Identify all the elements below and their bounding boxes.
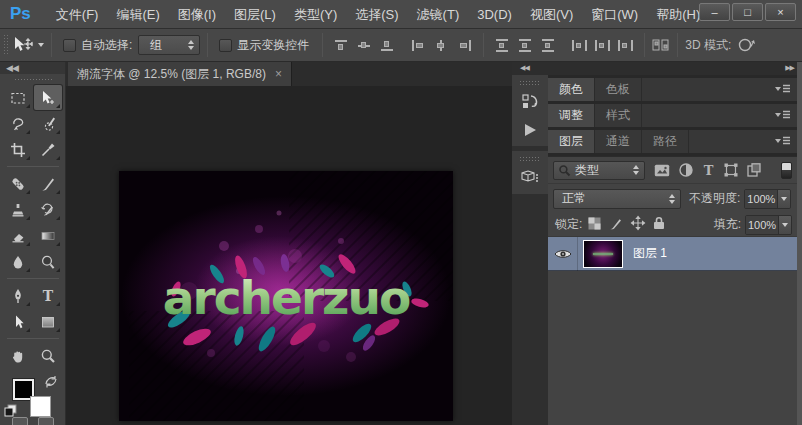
crop-tool[interactable] [4,137,32,162]
filter-type-layers-icon[interactable]: T [702,163,715,177]
blend-mode-row: 正常 不透明度: 100% [548,184,797,213]
menu-3d[interactable]: 3D(D) [468,0,521,29]
auto-select-checkbox[interactable] [63,39,76,52]
eyedropper-tool[interactable] [34,137,62,162]
filter-pixel-layers-icon[interactable] [654,164,670,177]
layer-name[interactable]: 图层 1 [633,245,667,262]
3d-panel-icon[interactable] [517,167,543,189]
collapse-left-icon[interactable]: ◀◀ [520,62,529,74]
filter-adjustment-layers-icon[interactable] [679,163,693,177]
menu-bar: Ps 文件(F) 编辑(E) 图像(I) 图层(L) 类型(Y) 选择(S) 滤… [0,0,802,29]
actions-panel-icon[interactable] [517,119,543,141]
opacity-input[interactable]: 100% [744,189,791,209]
auto-select-target-dropdown[interactable]: 组 [138,35,200,55]
tools-collapse-header[interactable]: ◀◀ [0,62,65,74]
spot-healing-brush-tool[interactable] [4,171,32,196]
align-left-edges-button[interactable] [411,39,426,52]
filter-smart-objects-icon[interactable] [747,163,761,177]
align-right-edges-button[interactable] [457,39,472,52]
swap-colors-icon[interactable] [44,375,59,392]
opacity-value: 100% [745,190,777,208]
eraser-tool[interactable] [4,223,32,248]
type-tool[interactable]: T [34,283,62,308]
panel-menu-icon[interactable] [774,83,791,98]
lock-all-icon[interactable] [653,216,665,233]
tab-close-icon[interactable]: × [275,67,282,81]
align-top-edges-button[interactable] [334,39,349,52]
blur-tool[interactable] [4,249,32,274]
tab-paths[interactable]: 路径 [642,130,689,153]
align-bottom-edges-button[interactable] [380,39,395,52]
document-image[interactable]: archerzuo [119,171,453,421]
align-vertical-centers-button[interactable] [357,39,372,52]
layer-filter-toggle[interactable] [781,162,792,179]
show-transform-checkbox[interactable] [219,39,232,52]
background-color-swatch[interactable] [30,396,51,417]
maximize-button[interactable]: □ [732,3,763,21]
gradient-tool[interactable] [34,223,62,248]
collapse-to-icons-icon[interactable]: ▶▶ [785,62,794,74]
tab-swatches[interactable]: 色板 [595,78,642,101]
menu-image[interactable]: 图像(I) [169,0,225,29]
fill-dropdown-button[interactable] [778,216,791,234]
menu-type[interactable]: 类型(Y) [285,0,346,29]
lock-transparency-icon[interactable] [588,217,601,233]
lock-image-icon[interactable] [609,217,623,233]
menu-filter[interactable]: 滤镜(T) [408,0,469,29]
panel-menu-icon[interactable] [774,109,791,124]
history-brush-tool[interactable] [34,197,62,222]
dodge-tool[interactable] [34,249,62,274]
layer-filter-dropdown[interactable]: 类型 [553,161,645,180]
align-horizontal-centers-button[interactable] [434,39,449,52]
filter-shape-layers-icon[interactable] [724,163,738,177]
brush-tool[interactable] [34,171,62,196]
blend-mode-dropdown[interactable]: 正常 [553,189,681,209]
tab-layers[interactable]: 图层 [548,130,595,153]
layer-thumbnail[interactable] [583,240,623,268]
3d-rotate-icon[interactable] [737,37,755,53]
history-panel-icon[interactable] [517,91,543,113]
layers-panel-body: 类型 T 正常 不透明度: 100% [548,156,797,425]
tab-color[interactable]: 颜色 [548,78,595,101]
layer-visibility-toggle[interactable] [548,237,578,271]
minimize-button[interactable]: – [699,3,730,21]
menu-layer[interactable]: 图层(L) [225,0,285,29]
menu-select[interactable]: 选择(S) [346,0,407,29]
auto-align-layers-button[interactable] [652,38,670,52]
document-tab[interactable]: 潮流字体 @ 12.5% (图层 1, RGB/8) × [68,62,292,86]
hand-tool[interactable] [4,343,32,368]
distribute-bottom-edges-button[interactable] [541,39,556,52]
tab-channels[interactable]: 通道 [595,130,642,153]
close-button[interactable]: × [765,3,796,21]
distribute-vertical-centers-button[interactable] [518,39,533,52]
tab-styles[interactable]: 样式 [595,104,642,127]
menu-edit[interactable]: 编辑(E) [107,0,168,29]
tab-adjustments[interactable]: 调整 [548,104,595,127]
panel-menu-icon[interactable] [774,135,791,150]
canvas-work-area[interactable]: archerzuo [66,86,512,425]
lasso-tool[interactable] [4,111,32,136]
clone-stamp-tool[interactable] [4,197,32,222]
move-tool-icon[interactable] [12,36,34,54]
layers-empty-area[interactable] [548,271,797,425]
distribute-horizontal-centers-button[interactable] [595,39,610,52]
rectangle-shape-tool[interactable] [34,309,62,334]
distribute-right-edges-button[interactable] [618,39,633,52]
distribute-left-edges-button[interactable] [572,39,587,52]
layer-row-selected[interactable]: 图层 1 [548,237,797,271]
rectangular-marquee-tool[interactable] [4,85,32,110]
opacity-dropdown-button[interactable] [777,190,790,208]
menu-window[interactable]: 窗口(W) [582,0,647,29]
pen-tool[interactable] [4,283,32,308]
path-selection-tool[interactable] [4,309,32,334]
move-tool[interactable] [34,85,62,110]
lock-position-icon[interactable] [631,216,645,233]
zoom-tool[interactable] [34,343,62,368]
menu-view[interactable]: 视图(V) [521,0,582,29]
fill-input[interactable]: 100% [745,215,792,235]
menu-file[interactable]: 文件(F) [47,0,108,29]
tool-preset-caret-icon[interactable] [38,43,44,47]
default-colors-icon[interactable] [4,404,18,421]
distribute-top-edges-button[interactable] [495,39,510,52]
quick-selection-tool[interactable] [34,111,62,136]
